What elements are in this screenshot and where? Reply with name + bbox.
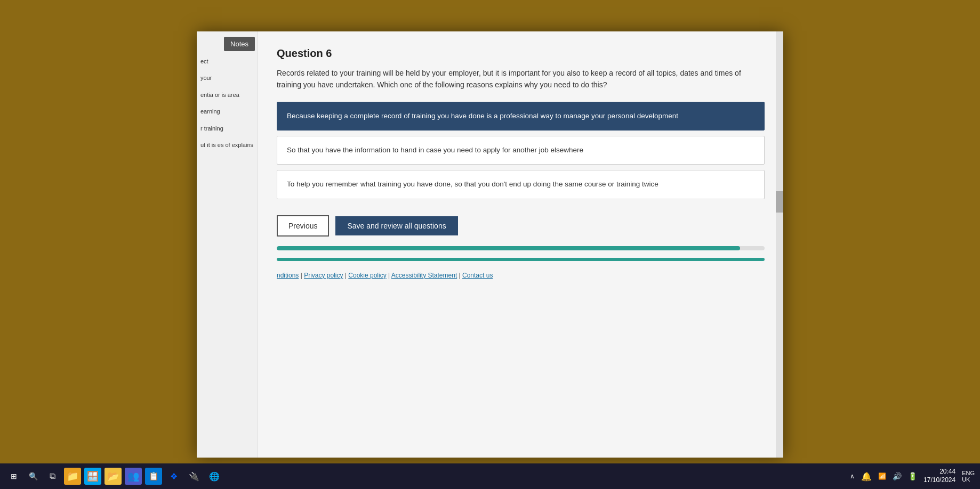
- taskbar-right: ∧ 🔔 📶 🔊 🔋 20:44 17/10/2024 ENG UK: [850, 468, 975, 484]
- start-area: ⊞ 🔍 ⧉: [5, 468, 61, 485]
- taskbar-windows-icon[interactable]: 🪟: [84, 468, 101, 485]
- taskbar-start[interactable]: ⊞: [5, 468, 22, 485]
- taskbar-file-explorer[interactable]: 📁: [64, 468, 81, 485]
- answer-option-2[interactable]: So that you have the information to hand…: [277, 136, 765, 165]
- sidebar-item-1: ect: [199, 55, 255, 68]
- question-text: Records related to your training will be…: [277, 67, 765, 91]
- taskbar: ⊞ 🔍 ⧉ 📁 🪟 📂 👥 📋 ❖ 🔌 🌐 ∧ 🔔 📶 🔊 🔋 20:44 17…: [0, 463, 980, 489]
- progress-fill: [277, 246, 740, 250]
- taskbar-folder[interactable]: 📂: [105, 468, 122, 485]
- taskbar-chevron[interactable]: ∧: [850, 472, 855, 480]
- taskbar-app1[interactable]: 📋: [145, 468, 162, 485]
- sidebar-item-4: earning: [199, 105, 255, 118]
- taskbar-volume[interactable]: 🔊: [893, 472, 902, 480]
- buttons-row: Previous Save and review all questions: [277, 215, 765, 237]
- taskbar-edge[interactable]: 🌐: [206, 468, 223, 485]
- footer-link-accessibility[interactable]: Accessibility Statement: [391, 272, 457, 279]
- footer-link-conditions[interactable]: nditions: [277, 272, 299, 279]
- answer-option-3[interactable]: To help you remember what training you h…: [277, 170, 765, 199]
- taskbar-battery[interactable]: 🔋: [908, 472, 917, 480]
- taskbar-datetime: 20:44 17/10/2024: [923, 468, 955, 484]
- scrollbar-track: [776, 31, 783, 458]
- sidebar-item-2: your: [199, 72, 255, 84]
- footer-link-contact[interactable]: Contact us: [462, 272, 493, 279]
- taskbar-time-display: 20:44: [923, 468, 955, 476]
- save-review-button[interactable]: Save and review all questions: [335, 216, 457, 235]
- sidebar: Notes ect your entia or is area earning …: [197, 31, 258, 458]
- footer-links: nditions | Privacy policy | Cookie polic…: [277, 272, 765, 279]
- footer-link-privacy[interactable]: Privacy policy: [304, 272, 343, 279]
- taskbar-app2[interactable]: 🔌: [186, 468, 203, 485]
- progress-bar: [277, 246, 765, 250]
- taskbar-date-display: 17/10/2024: [923, 476, 955, 485]
- sidebar-item-5: r training: [199, 123, 255, 135]
- sidebar-item-3: entia or is area: [199, 89, 255, 101]
- footer-link-cookie[interactable]: Cookie policy: [348, 272, 386, 279]
- taskbar-teams-icon[interactable]: 👥: [125, 468, 142, 485]
- taskbar-dropbox[interactable]: ❖: [165, 468, 182, 485]
- scrollbar-thumb[interactable]: [776, 191, 783, 213]
- taskbar-task-view[interactable]: ⧉: [44, 468, 61, 485]
- taskbar-lang: ENG UK: [962, 470, 975, 483]
- previous-button[interactable]: Previous: [277, 215, 329, 237]
- answer-option-1[interactable]: Because keeping a complete record of tra…: [277, 102, 765, 131]
- taskbar-notification-bell[interactable]: 🔔: [861, 471, 872, 482]
- main-content: Question 6 Records related to your train…: [258, 31, 783, 458]
- screen-container: Notes ect your entia or is area earning …: [197, 31, 783, 458]
- question-title: Question 6: [277, 47, 765, 60]
- sidebar-item-6: ut it is es of explains: [199, 139, 255, 151]
- progress-bar-bottom: [277, 258, 765, 261]
- taskbar-search[interactable]: 🔍: [25, 468, 42, 485]
- taskbar-wifi[interactable]: 📶: [878, 472, 886, 480]
- notes-button[interactable]: Notes: [224, 37, 255, 51]
